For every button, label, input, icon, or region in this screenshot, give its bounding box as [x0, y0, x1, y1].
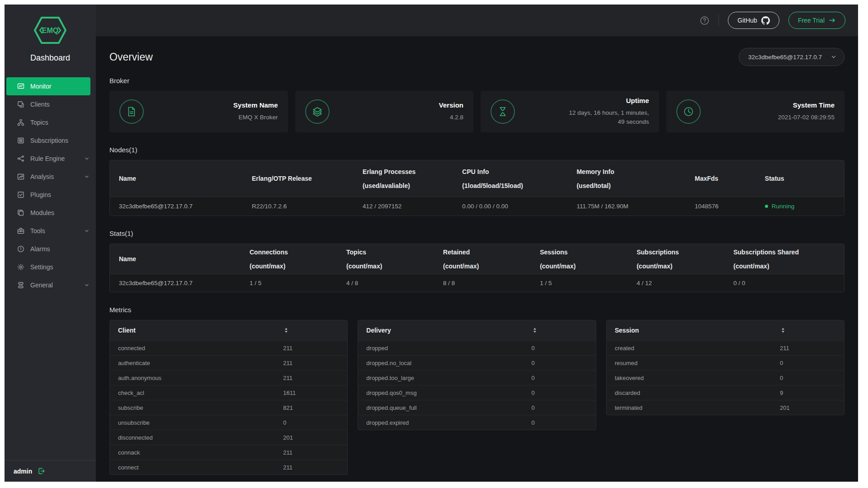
column-header: Retained(count/max): [443, 244, 540, 274]
sidebar-item-label: Modules: [30, 209, 54, 216]
erlang-processes: 412 / 2097152: [363, 203, 462, 210]
memory-info: 111.75M / 162.90M: [576, 203, 694, 210]
topics-icon: [17, 119, 24, 126]
sidebar-item-label: Settings: [30, 263, 53, 271]
metric-row: dropped.qos0_msg0: [358, 385, 595, 400]
overview-page: Overview 32c3dbefbe65@172.17.0.7 Broker …: [96, 36, 858, 482]
column-header: Erlang/OTP Release: [252, 160, 363, 197]
broker-card-system-time: System Time 2021-07-02 08:29:55: [666, 91, 845, 132]
metric-value: 0: [532, 360, 596, 366]
metric-value: 201: [780, 404, 844, 411]
metric-value: 211: [283, 360, 347, 366]
column-header: Subscriptions Shared(count/max): [733, 244, 835, 274]
metric-value: 9: [780, 389, 844, 396]
sidebar-item-label: Rule Engine: [30, 155, 65, 162]
stats-table: Name Connections(count/max) Topics(count…: [109, 244, 844, 292]
subscriptions-shared: 0 / 0: [733, 280, 835, 286]
nodes-table-header: Name Erlang/OTP Release Erlang Processes…: [110, 160, 844, 197]
metrics-table-session: Session created211resumed0takeovered0dis…: [606, 320, 844, 415]
column-header: Memory Info(used/total): [576, 160, 694, 197]
chevron-down-icon: [84, 156, 90, 161]
metric-name: dropped.qos0_msg: [366, 389, 531, 396]
settings-icon: [17, 263, 24, 271]
sidebar-item-label: Tools: [30, 227, 45, 235]
sidebar-item-clients[interactable]: Clients: [5, 95, 96, 113]
card-label: System Name: [233, 101, 278, 109]
sidebar-item-settings[interactable]: Settings: [5, 258, 96, 276]
free-trial-label: Free Trial: [798, 17, 825, 24]
sort-arrows-icon[interactable]: [283, 327, 347, 333]
column-header: Erlang Processes(used/avaliable): [363, 160, 462, 197]
sidebar-item-analysis[interactable]: Analysis: [5, 168, 96, 186]
metric-row: connected211: [110, 340, 347, 355]
github-button-label: GitHub: [737, 17, 757, 24]
metric-row: dropped.too_large0: [358, 370, 595, 385]
metric-row: discarded9: [607, 385, 844, 400]
sidebar: EMQ Dashboard Monitor Clients Topics Sub…: [5, 5, 96, 482]
alarms-icon: [17, 245, 24, 253]
connections: 1 / 5: [250, 280, 346, 286]
metric-row: takeovered0: [607, 370, 844, 385]
metric-value: 821: [283, 404, 347, 411]
max-fds: 1048576: [695, 203, 765, 210]
sidebar-item-rule-engine[interactable]: Rule Engine: [5, 150, 96, 168]
metric-row: resumed0: [607, 355, 844, 370]
card-value: 2021-07-02 08:29:55: [778, 113, 835, 122]
logo-wrap: EMQ Dashboard: [5, 5, 96, 75]
card-label: System Time: [778, 101, 835, 109]
sidebar-item-label: Topics: [30, 119, 48, 126]
arrow-right-icon: [829, 17, 836, 24]
modules-icon: [17, 209, 24, 216]
column-header: Name: [119, 244, 250, 274]
logout-icon[interactable]: [38, 467, 45, 475]
card-value: 12 days, 16 hours, 1 minutes, 49 seconds: [569, 108, 649, 127]
metric-row: auth.anonymous211: [110, 370, 347, 385]
metric-name: subscribe: [118, 404, 283, 411]
metric-name: authenticate: [118, 360, 283, 366]
metrics-table-title: Session: [615, 327, 780, 334]
sidebar-footer: admin: [5, 460, 96, 482]
metric-value: 0: [780, 360, 844, 366]
emqx-dashboard: EMQ Dashboard Monitor Clients Topics Sub…: [5, 5, 858, 482]
metric-row: check_acl1611: [110, 385, 347, 400]
metric-name: takeovered: [615, 375, 780, 381]
node-selector[interactable]: 32c3dbefbe65@172.17.0.7: [739, 48, 844, 66]
node-selector-value: 32c3dbefbe65@172.17.0.7: [748, 54, 822, 61]
sidebar-item-general[interactable]: General: [5, 276, 96, 294]
metrics-table-title: Client: [118, 327, 283, 334]
sidebar-item-modules[interactable]: Modules: [5, 204, 96, 222]
sort-arrows-icon[interactable]: [532, 327, 596, 333]
card-value: 4.2.8: [439, 113, 463, 122]
column-header: Subscriptions(count/max): [637, 244, 733, 274]
github-button[interactable]: GitHub: [728, 12, 779, 29]
sidebar-item-alarms[interactable]: Alarms: [5, 240, 96, 258]
sidebar-item-plugins[interactable]: Plugins: [5, 186, 96, 204]
stats-table-row: 32c3dbefbe65@172.17.0.7 1 / 5 4 / 8 8 / …: [110, 274, 844, 292]
metrics-table-header: Session: [607, 320, 844, 340]
sidebar-nav: Monitor Clients Topics Subscriptions Rul…: [5, 75, 96, 460]
cpu-info: 0.00 / 0.00 / 0.00: [462, 203, 576, 210]
sidebar-item-tools[interactable]: Tools: [5, 222, 96, 240]
sort-arrows-icon[interactable]: [780, 327, 844, 333]
metric-value: 211: [283, 345, 347, 352]
metrics-section-title: Metrics: [109, 306, 844, 314]
card-label: Version: [439, 101, 463, 109]
metric-name: unsubscribe: [118, 419, 283, 426]
help-button[interactable]: [700, 16, 709, 25]
free-trial-button[interactable]: Free Trial: [788, 12, 845, 29]
metric-value: 0: [283, 419, 347, 426]
card-label: Uptime: [569, 97, 649, 104]
sidebar-item-monitor[interactable]: Monitor: [6, 77, 90, 95]
metric-name: dropped: [366, 345, 531, 352]
metric-row: connect211: [110, 460, 347, 474]
metric-row: subscribe821: [110, 400, 347, 415]
stats-table-header: Name Connections(count/max) Topics(count…: [110, 244, 844, 274]
metric-name: connected: [118, 345, 283, 352]
metric-value: 211: [780, 345, 844, 352]
broker-card-system-name: System Name EMQ X Broker: [109, 91, 288, 132]
sidebar-item-subscriptions[interactable]: Subscriptions: [5, 131, 96, 150]
chevron-down-icon: [84, 282, 90, 288]
sidebar-item-topics[interactable]: Topics: [5, 113, 96, 131]
metric-name: terminated: [615, 404, 780, 411]
card-value: EMQ X Broker: [233, 113, 278, 122]
